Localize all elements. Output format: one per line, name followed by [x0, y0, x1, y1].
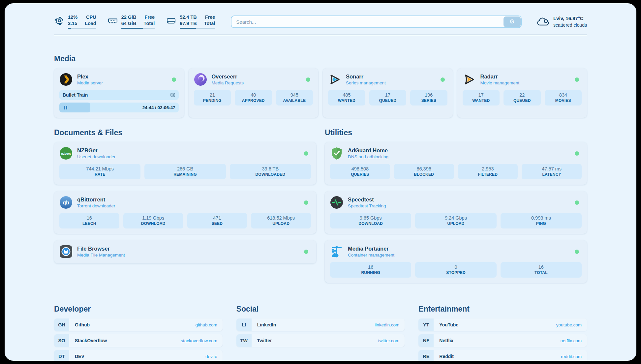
memory-metric: 22 GiB 64 GiB Free Total: [107, 14, 155, 30]
bookmark-name: YouTube: [434, 322, 458, 327]
app-subtitle: Series management: [346, 80, 386, 86]
card-filebrowser[interactable]: File Browser Media File Management: [54, 240, 316, 263]
section-media-title: Media: [54, 54, 587, 63]
stat-filtered: 2,953 FILTERED: [458, 164, 518, 179]
stat-downloaded: 39.6 TB DOWNLOADED: [230, 164, 311, 179]
section-utilities-title: Utilities: [325, 128, 587, 137]
disk-free-label: Free: [205, 14, 215, 20]
pause-icon[interactable]: [64, 106, 67, 109]
app-subtitle: Media File Management: [77, 252, 125, 258]
status-dot: [304, 200, 308, 205]
bookmark-github[interactable]: GH Github github.com: [54, 318, 223, 331]
card-nzbget[interactable]: nzbget NZBGet Usenet downloader 744.21 M…: [54, 142, 316, 185]
bookmark-url[interactable]: twitter.com: [378, 338, 405, 343]
stat-wanted: 17 WANTED: [463, 90, 500, 106]
bookmark-url[interactable]: stackoverflow.com: [181, 338, 222, 343]
stat-rate: 744.21 Mbps RATE: [59, 164, 140, 179]
stat-queued: 17 QUEUED: [369, 90, 407, 106]
bookmark-url[interactable]: linkedin.com: [375, 322, 405, 327]
card-overseerr[interactable]: Overseerr Media Requests 21 PENDING 40 A…: [189, 68, 319, 118]
speedtest-icon: [330, 196, 343, 209]
cpu-metric: 12% 3.15 CPU Load: [54, 14, 96, 30]
section-social-title: Social: [236, 305, 405, 314]
playback-progress[interactable]: 24:44 / 02:06:47: [59, 103, 179, 112]
app-subtitle: Media server: [77, 80, 103, 86]
bookmark-url[interactable]: github.com: [196, 322, 223, 327]
app-subtitle: Torrent downloader: [77, 203, 115, 209]
card-qbittorrent[interactable]: qb qBittorrent Torrent downloader 16: [54, 191, 316, 234]
app-name: Plex: [77, 73, 103, 80]
bookmark-url[interactable]: reddit.com: [561, 354, 587, 359]
dashboard-panel: 12% 3.15 CPU Load: [5, 3, 636, 361]
app-subtitle: Usenet downloader: [77, 154, 115, 160]
status-dot: [172, 77, 176, 82]
stat-queued: 22 QUEUED: [504, 90, 541, 106]
cpu-load-label: Load: [85, 20, 96, 27]
stat-wanted: 485 WANTED: [328, 90, 365, 106]
stat-upload: 9.24 Gbps UPLOAD: [415, 213, 496, 228]
disk-icon: [166, 15, 176, 26]
bookmark-twitter[interactable]: TW Twitter twitter.com: [236, 334, 405, 347]
card-speedtest[interactable]: Speedtest Speedtest Tracking 9.65 Gbps D…: [325, 191, 587, 234]
stat-upload: 618.52 Mbps UPLOAD: [251, 213, 311, 228]
bookmark-abbr: NF: [418, 334, 434, 347]
app-name: qBittorrent: [77, 196, 115, 203]
now-playing-title: Bullet Train: [63, 92, 88, 98]
bookmark-name: Github: [69, 322, 90, 327]
disk-total-value: 97.9 TB: [180, 20, 197, 27]
bookmark-url[interactable]: dev.to: [205, 354, 223, 359]
stat-approved: 40 APPROVED: [235, 90, 272, 106]
card-plex[interactable]: Plex Media server Bullet Train: [54, 68, 184, 118]
app-name: Media Portainer: [348, 245, 394, 252]
overseerr-icon: [194, 73, 207, 86]
weather-widget[interactable]: Lviv, 16.87°C scattered clouds: [536, 15, 587, 28]
app-name: NZBGet: [77, 147, 115, 154]
search-input[interactable]: [231, 19, 503, 25]
app-subtitle: Container management: [348, 252, 394, 258]
card-radarr[interactable]: Radarr Movie management 17 WANTED 22 QUE…: [457, 68, 587, 118]
app-name: Sonarr: [346, 73, 386, 80]
status-dot: [304, 250, 308, 254]
weather-location-temp: Lviv, 16.87°C: [553, 15, 587, 22]
status-dot: [575, 77, 579, 82]
search-engine-button[interactable]: G: [504, 16, 521, 27]
bookmark-reddit[interactable]: RE Reddit reddit.com: [418, 350, 587, 361]
bookmark-name: StackOverflow: [69, 338, 107, 343]
stat-seed: 471 SEED: [187, 213, 247, 228]
disk-metric: 52.4 TB 97.9 TB Free Total: [166, 14, 215, 30]
bookmark-dev[interactable]: DT DEV dev.to: [54, 350, 223, 361]
app-name: Radarr: [480, 73, 520, 80]
stat-pending: 21 PENDING: [194, 90, 231, 106]
bookmark-linkedin[interactable]: LI LinkedIn linkedin.com: [236, 318, 405, 331]
disk-usage-bar: [180, 28, 215, 29]
app-subtitle: Media Requests: [212, 80, 244, 86]
camera-icon: [170, 92, 175, 98]
card-sonarr[interactable]: Sonarr Series management 485 WANTED 17 Q…: [323, 68, 453, 118]
app-name: Speedtest: [348, 196, 386, 203]
playback-time: 24:44 / 02:06:47: [142, 105, 175, 110]
section-documents-title: Documents & Files: [54, 128, 316, 137]
now-playing-row: Bullet Train: [59, 90, 179, 100]
bookmark-abbr: DT: [54, 350, 69, 361]
card-portainer[interactable]: Media Portainer Container management 16 …: [325, 240, 587, 283]
bookmark-netflix[interactable]: NF Netflix netflix.com: [418, 334, 587, 347]
bookmark-abbr: RE: [418, 350, 434, 361]
bookmark-url[interactable]: youtube.com: [556, 322, 587, 327]
status-dot: [304, 151, 308, 156]
bookmark-url[interactable]: netflix.com: [560, 338, 587, 343]
bookmark-youtube[interactable]: YT YouTube youtube.com: [418, 318, 587, 331]
cpu-icon: [54, 15, 65, 26]
stat-series: 196 SERIES: [410, 90, 447, 106]
bookmark-name: Netflix: [434, 338, 453, 343]
bookmark-name: DEV: [69, 354, 84, 359]
cloud-icon: [536, 16, 549, 27]
memory-free-label: Free: [145, 14, 155, 20]
card-adguard[interactable]: AdGuard Home DNS and adblocking 498,508 …: [325, 142, 587, 185]
disk-total-label: Total: [204, 20, 215, 27]
bookmark-stackoverflow[interactable]: SO StackOverflow stackoverflow.com: [54, 334, 223, 347]
stat-available: 945 AVAILABLE: [276, 90, 313, 106]
bookmark-name: Twitter: [252, 338, 272, 343]
portainer-icon: [330, 245, 343, 258]
status-dot: [575, 151, 579, 156]
disk-free-value: 52.4 TB: [180, 14, 197, 20]
